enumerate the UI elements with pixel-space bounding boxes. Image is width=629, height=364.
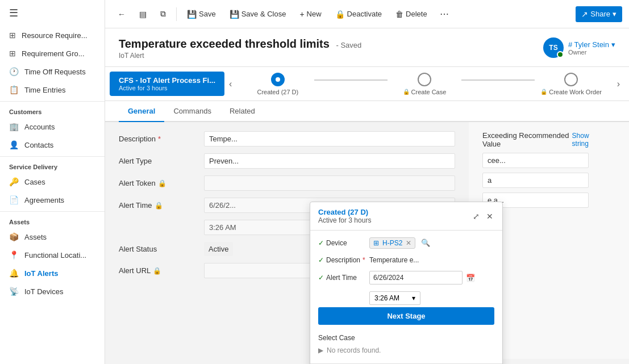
process-icon: ⧉: [160, 9, 166, 19]
record-owner: TS # Tyler Stein ▾ Owner: [543, 37, 615, 58]
sidebar-item-time-entries[interactable]: 📋 Time Entries: [0, 81, 105, 99]
device-search-icon[interactable]: 🔍: [421, 239, 430, 247]
popup-value-description: Temperature e...: [369, 256, 494, 264]
process-step-create-case[interactable]: 🔒 Create Case: [388, 73, 461, 95]
delete-button[interactable]: 🗑 Delete: [390, 6, 433, 22]
save-button[interactable]: 💾 Save: [181, 6, 222, 22]
active-stage[interactable]: CFS - IoT Alert Process Fi... Active for…: [110, 72, 224, 96]
popup-close-x-button[interactable]: ✕: [485, 211, 494, 222]
tab-commands[interactable]: Commands: [164, 101, 220, 122]
time-chevron-icon: ▾: [412, 294, 415, 302]
assets-icon: 📦: [9, 232, 19, 241]
process-step-create-work-order[interactable]: 🔒 Create Work Order: [535, 73, 608, 95]
stage-popup: Created (27 D) Active for 3 hours ⤢ ✕ ✓ …: [310, 202, 503, 364]
popup-header: Created (27 D) Active for 3 hours ⤢ ✕: [310, 202, 502, 231]
toolbar-sep-1: [176, 7, 177, 21]
sidebar-item-accounts[interactable]: 🏢 Accounts: [0, 118, 105, 136]
sidebar-item-cases[interactable]: 🔑 Cases: [0, 173, 105, 191]
popup-stage-label: Created (27 D): [318, 208, 371, 216]
sidebar-item-iot-devices[interactable]: 📡 IoT Devices: [0, 282, 105, 300]
owner-info: # Tyler Stein ▾ Owner: [568, 40, 615, 56]
record-saved-status: - Saved: [336, 41, 361, 49]
sidebar-item-assets[interactable]: 📦 Assets: [0, 228, 105, 246]
sidebar-item-agreements[interactable]: 📄 Agreements: [0, 191, 105, 209]
sidebar-item-contacts[interactable]: 👤 Contacts: [0, 136, 105, 154]
device-chip-icon: ⊞: [373, 239, 379, 247]
form-label-alert-url: Alert URL 🔒: [119, 266, 204, 275]
cases-icon: 🔑: [9, 177, 19, 186]
toolbar: ← ▤ ⧉ 💾 Save 💾 Save & Close + New 🔒 Deac…: [105, 0, 629, 28]
accounts-icon: 🏢: [9, 122, 19, 131]
sidebar-item-resource-require[interactable]: ⊞ Resource Require...: [0, 26, 105, 44]
divider-3: [0, 211, 105, 212]
save-close-button[interactable]: 💾 Save & Close: [224, 6, 292, 22]
calendar-icon[interactable]: 📅: [466, 274, 475, 282]
record-header: Temperature exceeded threshold limits - …: [105, 28, 629, 67]
iot-devices-icon: 📡: [9, 287, 19, 296]
share-chevron-icon: ▾: [613, 10, 616, 18]
sidebar-item-time-off-requests[interactable]: 🕐 Time Off Requests: [0, 62, 105, 81]
popup-value-alert-time: 📅: [369, 271, 494, 284]
step-line-2: [461, 80, 535, 81]
form-label-alert-time: Alert Time 🔒: [119, 201, 204, 210]
popup-expand-button[interactable]: ⤢: [472, 211, 481, 222]
resource-icon: ⊞: [9, 31, 16, 40]
popup-time-input[interactable]: 3:26 AM ▾: [369, 291, 420, 305]
form-view-button[interactable]: ▤: [134, 6, 152, 22]
iot-alerts-icon: 🔔: [9, 269, 19, 278]
tab-general[interactable]: General: [119, 101, 164, 122]
form-row-alert-type: Alert Type: [119, 153, 455, 169]
show-string-button[interactable]: Show string: [572, 132, 615, 148]
step-label-create-case: 🔒 Create Case: [403, 89, 447, 95]
process-view-button[interactable]: ⧉: [155, 6, 172, 22]
lock-icon-alert-time: 🔒: [155, 202, 163, 210]
device-chip-close[interactable]: ✕: [406, 239, 411, 247]
contacts-icon: 👤: [9, 140, 19, 149]
tabs-bar: General Commands Related: [105, 101, 629, 122]
triangle-icon: ▶: [318, 346, 323, 354]
form-row-alert-token: Alert Token 🔒: [119, 175, 455, 191]
back-button[interactable]: ←: [112, 6, 131, 22]
service-section-header: Service Delivery: [0, 159, 105, 173]
sidebar-item-functional-locati[interactable]: 📍 Functional Locati...: [0, 246, 105, 264]
check-icon-description: ✓: [318, 256, 324, 264]
alert-token-input: [204, 175, 455, 191]
step-line-1: [314, 80, 388, 81]
sidebar-item-iot-alerts[interactable]: 🔔 IoT Alerts: [0, 264, 105, 282]
popup-field-device: ✓ Device ⊞ H-PS2 ✕ 🔍: [318, 237, 494, 249]
alert-type-input[interactable]: [204, 153, 455, 169]
sidebar-item-requirement-gro[interactable]: ⊞ Requirement Gro...: [0, 44, 105, 62]
delete-icon: 🗑: [395, 10, 403, 19]
form-label-description: Description *: [119, 135, 204, 143]
popup-label-device: ✓ Device: [318, 239, 369, 247]
right-panel-input-1[interactable]: [482, 153, 589, 168]
lock-icon-alert-token: 🔒: [158, 179, 166, 187]
online-badge: [557, 51, 564, 58]
popup-description-value: Temperature e...: [369, 256, 419, 264]
svg-point-0: [276, 77, 280, 82]
time-entries-icon: 📋: [9, 85, 19, 94]
process-back-button[interactable]: ‹: [224, 74, 236, 94]
hamburger-menu-icon[interactable]: ☰: [0, 0, 105, 26]
description-input[interactable]: [204, 131, 455, 147]
owner-name[interactable]: # Tyler Stein ▾: [568, 40, 615, 49]
deactivate-button[interactable]: 🔒 Deactivate: [330, 6, 388, 22]
process-next-button[interactable]: ›: [613, 74, 624, 94]
popup-date-input[interactable]: [369, 271, 463, 284]
share-button[interactable]: ↗ Share ▾: [576, 6, 622, 22]
more-options-button[interactable]: ⋯: [435, 5, 453, 23]
popup-label-description: ✓ Description *: [318, 256, 369, 264]
right-panel-input-2[interactable]: [482, 173, 589, 188]
process-step-created[interactable]: Created (27 D): [241, 73, 314, 95]
popup-time-row: 3:26 AM ▾: [369, 291, 494, 305]
customers-section-header: Customers: [0, 104, 105, 118]
next-stage-button[interactable]: Next Stage: [318, 307, 494, 325]
save-close-icon: 💾: [230, 10, 239, 19]
form-row-description: Description *: [119, 131, 455, 147]
tab-related[interactable]: Related: [220, 101, 264, 122]
popup-title: Active for 3 hours: [318, 216, 371, 224]
new-button[interactable]: + New: [294, 6, 327, 22]
form-label-alert-type: Alert Type: [119, 157, 204, 165]
assets-section-header: Assets: [0, 214, 105, 228]
device-chip[interactable]: ⊞ H-PS2 ✕: [369, 237, 415, 249]
